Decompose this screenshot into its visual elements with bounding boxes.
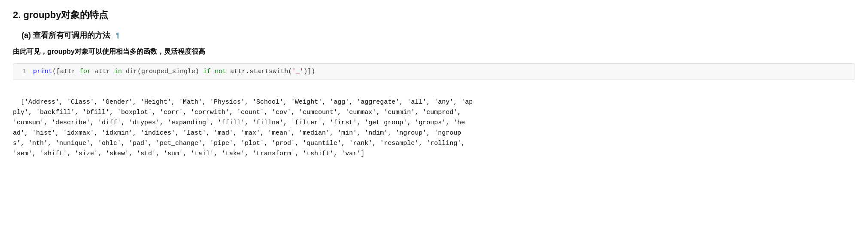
line-number: 1	[19, 68, 26, 75]
code-text-1: ([attr	[52, 68, 79, 75]
paragraph-mark-icon: ¶	[116, 32, 120, 39]
code-string-1: '_'	[292, 68, 303, 75]
code-content: print([attr for attr in dir(grouped_sing…	[33, 68, 849, 75]
code-for-keyword: for	[79, 68, 91, 75]
code-text-3: dir(grouped_single)	[122, 68, 203, 75]
output-text: ['Address', 'Class', 'Gender', 'Height',…	[13, 87, 855, 159]
code-if-keyword: if	[203, 68, 211, 75]
code-text-6: )])	[303, 68, 315, 75]
section-heading: 2. groupby对象的特点	[13, 9, 855, 22]
subsection-label: (a) 查看所有可调用的方法	[21, 31, 110, 40]
section-title: groupby对象的特点	[23, 9, 108, 20]
code-in-keyword: in	[114, 68, 122, 75]
code-print-keyword: print	[33, 68, 52, 75]
sub-heading: (a) 查看所有可调用的方法 ¶	[13, 30, 855, 40]
code-text-5: attr.startswith(	[226, 68, 292, 75]
code-not-keyword: not	[215, 68, 226, 75]
section-number: 2.	[13, 9, 21, 20]
code-block: 1 print([attr for attr in dir(grouped_si…	[13, 63, 855, 80]
code-text-4	[211, 68, 215, 75]
description-text: 由此可见，groupby对象可以使用相当多的函数，灵活程度很高	[13, 47, 855, 56]
code-text-2: attr	[91, 68, 114, 75]
